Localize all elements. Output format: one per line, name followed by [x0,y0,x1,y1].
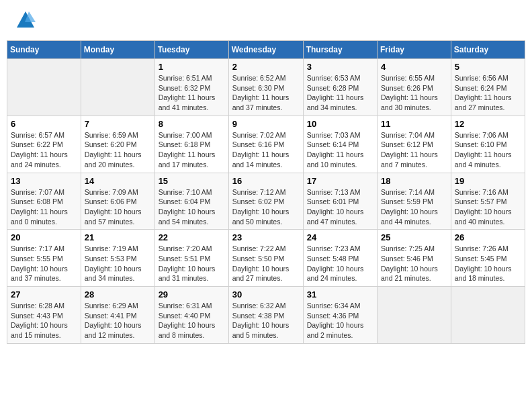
day-number: 3 [307,62,373,72]
week-row-1: 1Sunrise: 6:51 AMSunset: 6:32 PMDaylight… [7,59,525,116]
day-number: 8 [159,119,225,129]
header-tuesday: Tuesday [154,41,228,59]
calendar-cell [7,59,81,116]
day-number: 5 [455,62,521,72]
day-number: 24 [307,232,373,242]
week-row-2: 6Sunrise: 6:57 AMSunset: 6:22 PMDaylight… [7,116,525,173]
week-row-4: 20Sunrise: 7:17 AMSunset: 5:55 PMDayligh… [7,230,525,287]
logo-icon [15,10,36,30]
day-number: 4 [381,62,447,72]
day-info: Sunrise: 7:12 AMSunset: 6:02 PMDaylight:… [232,187,300,227]
day-number: 22 [159,232,225,242]
day-number: 11 [381,119,447,129]
calendar-cell: 2Sunrise: 6:52 AMSunset: 6:30 PMDaylight… [228,59,303,116]
calendar-cell: 28Sunrise: 6:29 AMSunset: 4:41 PMDayligh… [81,287,154,344]
calendar-cell: 24Sunrise: 7:23 AMSunset: 5:48 PMDayligh… [303,230,377,287]
day-number: 26 [455,232,521,242]
day-info: Sunrise: 7:25 AMSunset: 5:46 PMDaylight:… [381,244,447,283]
calendar-cell: 29Sunrise: 6:31 AMSunset: 4:40 PMDayligh… [154,287,228,344]
calendar-cell: 9Sunrise: 7:02 AMSunset: 6:16 PMDaylight… [228,116,303,173]
day-number: 21 [85,232,151,242]
calendar-cell: 10Sunrise: 7:03 AMSunset: 6:14 PMDayligh… [303,116,377,173]
calendar-body: 1Sunrise: 6:51 AMSunset: 6:32 PMDaylight… [7,59,525,344]
day-info: Sunrise: 7:19 AMSunset: 5:53 PMDaylight:… [85,244,151,283]
calendar-cell: 20Sunrise: 7:17 AMSunset: 5:55 PMDayligh… [7,230,81,287]
calendar-cell: 3Sunrise: 6:53 AMSunset: 6:28 PMDaylight… [303,59,377,116]
calendar-cell: 26Sunrise: 7:26 AMSunset: 5:45 PMDayligh… [451,230,525,287]
header-sunday: Sunday [7,41,81,59]
calendar-cell: 12Sunrise: 7:06 AMSunset: 6:10 PMDayligh… [451,116,525,173]
day-number: 10 [307,119,373,129]
day-info: Sunrise: 7:10 AMSunset: 6:04 PMDaylight:… [159,187,225,227]
calendar-cell: 13Sunrise: 7:07 AMSunset: 6:08 PMDayligh… [7,173,81,230]
day-info: Sunrise: 7:07 AMSunset: 6:08 PMDaylight:… [11,187,77,227]
day-number: 16 [232,176,300,186]
day-number: 15 [159,176,225,186]
day-info: Sunrise: 7:13 AMSunset: 6:01 PMDaylight:… [307,187,373,227]
day-number: 31 [307,289,373,300]
day-info: Sunrise: 6:59 AMSunset: 6:20 PMDaylight:… [85,130,151,170]
calendar-cell: 15Sunrise: 7:10 AMSunset: 6:04 PMDayligh… [154,173,228,230]
day-info: Sunrise: 7:14 AMSunset: 5:59 PMDaylight:… [381,187,447,227]
day-number: 6 [11,119,77,129]
calendar-cell: 1Sunrise: 6:51 AMSunset: 6:32 PMDaylight… [154,59,228,116]
day-number: 7 [85,119,151,129]
day-number: 30 [232,289,300,300]
day-info: Sunrise: 7:23 AMSunset: 5:48 PMDaylight:… [307,244,373,283]
day-info: Sunrise: 7:20 AMSunset: 5:51 PMDaylight:… [159,244,225,283]
calendar-cell: 11Sunrise: 7:04 AMSunset: 6:12 PMDayligh… [378,116,451,173]
day-info: Sunrise: 7:16 AMSunset: 5:57 PMDaylight:… [455,187,521,227]
header-monday: Monday [81,41,154,59]
calendar-cell: 25Sunrise: 7:25 AMSunset: 5:46 PMDayligh… [378,230,451,287]
day-number: 19 [455,176,521,186]
calendar-cell: 27Sunrise: 6:28 AMSunset: 4:43 PMDayligh… [7,287,81,344]
day-info: Sunrise: 7:22 AMSunset: 5:50 PMDaylight:… [232,244,300,283]
calendar-cell: 5Sunrise: 6:56 AMSunset: 6:24 PMDaylight… [451,59,525,116]
calendar-cell: 21Sunrise: 7:19 AMSunset: 5:53 PMDayligh… [81,230,154,287]
calendar-cell: 16Sunrise: 7:12 AMSunset: 6:02 PMDayligh… [228,173,303,230]
header-thursday: Thursday [303,41,377,59]
day-number: 25 [381,232,447,242]
day-number: 17 [307,176,373,186]
day-number: 23 [232,232,300,242]
calendar-cell [378,287,451,344]
header-saturday: Saturday [451,41,525,59]
calendar-cell [451,287,525,344]
day-info: Sunrise: 6:34 AMSunset: 4:36 PMDaylight:… [307,301,373,340]
day-info: Sunrise: 6:31 AMSunset: 4:40 PMDaylight:… [159,301,225,340]
day-info: Sunrise: 7:26 AMSunset: 5:45 PMDaylight:… [455,244,521,283]
day-info: Sunrise: 6:53 AMSunset: 6:28 PMDaylight:… [307,73,373,113]
day-number: 14 [85,176,151,186]
day-info: Sunrise: 7:03 AMSunset: 6:14 PMDaylight:… [307,130,373,170]
day-info: Sunrise: 6:51 AMSunset: 6:32 PMDaylight:… [159,73,225,113]
day-info: Sunrise: 7:02 AMSunset: 6:16 PMDaylight:… [232,130,300,170]
day-number: 9 [232,119,300,129]
calendar-header: SundayMondayTuesdayWednesdayThursdayFrid… [7,41,525,59]
day-number: 12 [455,119,521,129]
calendar-cell: 31Sunrise: 6:34 AMSunset: 4:36 PMDayligh… [303,287,377,344]
day-number: 13 [11,176,77,186]
calendar-cell: 17Sunrise: 7:13 AMSunset: 6:01 PMDayligh… [303,173,377,230]
day-info: Sunrise: 6:55 AMSunset: 6:26 PMDaylight:… [381,73,447,113]
day-info: Sunrise: 7:09 AMSunset: 6:06 PMDaylight:… [85,187,151,227]
calendar-cell: 22Sunrise: 7:20 AMSunset: 5:51 PMDayligh… [154,230,228,287]
day-info: Sunrise: 7:00 AMSunset: 6:18 PMDaylight:… [159,130,225,170]
day-number: 2 [232,62,300,72]
calendar-cell: 8Sunrise: 7:00 AMSunset: 6:18 PMDaylight… [154,116,228,173]
calendar-cell: 19Sunrise: 7:16 AMSunset: 5:57 PMDayligh… [451,173,525,230]
calendar-table: SundayMondayTuesdayWednesdayThursdayFrid… [7,40,525,344]
calendar-cell: 30Sunrise: 6:32 AMSunset: 4:38 PMDayligh… [228,287,303,344]
header-row: SundayMondayTuesdayWednesdayThursdayFrid… [7,41,525,59]
logo [13,10,36,30]
day-info: Sunrise: 7:06 AMSunset: 6:10 PMDaylight:… [455,130,521,170]
day-info: Sunrise: 6:56 AMSunset: 6:24 PMDaylight:… [455,73,521,113]
day-number: 20 [11,232,77,242]
day-info: Sunrise: 6:52 AMSunset: 6:30 PMDaylight:… [232,73,300,113]
calendar-cell: 6Sunrise: 6:57 AMSunset: 6:22 PMDaylight… [7,116,81,173]
day-info: Sunrise: 7:04 AMSunset: 6:12 PMDaylight:… [381,130,447,170]
calendar-cell: 7Sunrise: 6:59 AMSunset: 6:20 PMDaylight… [81,116,154,173]
calendar-cell [81,59,154,116]
day-number: 27 [11,289,77,300]
calendar-cell: 23Sunrise: 7:22 AMSunset: 5:50 PMDayligh… [228,230,303,287]
header-friday: Friday [378,41,451,59]
